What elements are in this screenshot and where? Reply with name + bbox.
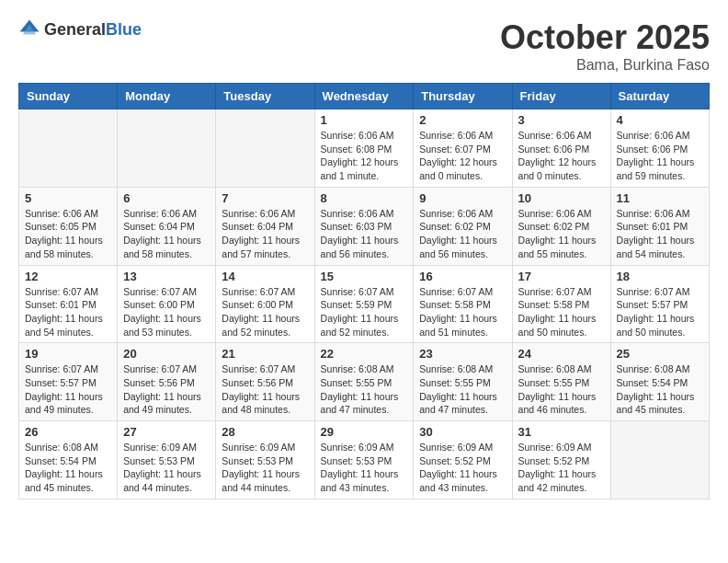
- weekday-header-friday: Friday: [512, 84, 610, 109]
- day-number: 16: [419, 270, 506, 283]
- day-number: 23: [419, 347, 506, 361]
- day-info: Sunrise: 6:08 AM Sunset: 5:54 PM Dayligh…: [617, 362, 703, 417]
- calendar-cell: 29Sunrise: 6:09 AM Sunset: 5:53 PM Dayli…: [314, 421, 414, 500]
- day-info: Sunrise: 6:07 AM Sunset: 5:56 PM Dayligh…: [222, 362, 308, 417]
- calendar-cell: 8Sunrise: 6:06 AM Sunset: 6:03 PM Daylig…: [314, 187, 414, 265]
- weekday-header-tuesday: Tuesday: [216, 84, 314, 109]
- day-info: Sunrise: 6:09 AM Sunset: 5:52 PM Dayligh…: [518, 441, 605, 495]
- calendar-cell: 2Sunrise: 6:06 AM Sunset: 6:07 PM Daylig…: [414, 109, 512, 188]
- weekday-header-thursday: Thursday: [414, 84, 512, 109]
- day-info: Sunrise: 6:06 AM Sunset: 6:06 PM Dayligh…: [518, 129, 605, 183]
- weekday-header-wednesday: Wednesday: [314, 84, 414, 109]
- day-info: Sunrise: 6:07 AM Sunset: 6:00 PM Dayligh…: [222, 285, 308, 339]
- calendar-cell: 22Sunrise: 6:08 AM Sunset: 5:55 PM Dayli…: [314, 343, 414, 421]
- weekday-header-row: SundayMondayTuesdayWednesdayThursdayFrid…: [19, 84, 710, 109]
- day-number: 25: [617, 347, 703, 361]
- day-number: 20: [123, 347, 210, 361]
- calendar-cell: 7Sunrise: 6:06 AM Sunset: 6:04 PM Daylig…: [216, 187, 314, 265]
- day-number: 2: [419, 113, 506, 127]
- day-info: Sunrise: 6:09 AM Sunset: 5:53 PM Dayligh…: [321, 441, 408, 495]
- day-info: Sunrise: 6:06 AM Sunset: 6:01 PM Dayligh…: [617, 207, 703, 261]
- day-number: 19: [25, 347, 111, 361]
- calendar-cell: 11Sunrise: 6:06 AM Sunset: 6:01 PM Dayli…: [610, 187, 709, 265]
- calendar-cell: 9Sunrise: 6:06 AM Sunset: 6:02 PM Daylig…: [414, 187, 512, 265]
- day-number: 18: [617, 270, 703, 283]
- day-info: Sunrise: 6:08 AM Sunset: 5:55 PM Dayligh…: [518, 362, 605, 417]
- day-info: Sunrise: 6:07 AM Sunset: 5:59 PM Dayligh…: [321, 285, 408, 339]
- day-number: 11: [617, 191, 703, 205]
- calendar-cell: 31Sunrise: 6:09 AM Sunset: 5:52 PM Dayli…: [512, 421, 610, 500]
- day-info: Sunrise: 6:06 AM Sunset: 6:02 PM Dayligh…: [518, 207, 605, 261]
- day-info: Sunrise: 6:07 AM Sunset: 5:58 PM Dayligh…: [518, 285, 605, 339]
- day-number: 4: [617, 113, 703, 127]
- day-info: Sunrise: 6:09 AM Sunset: 5:53 PM Dayligh…: [123, 441, 210, 495]
- calendar-cell: [118, 109, 216, 188]
- day-info: Sunrise: 6:06 AM Sunset: 6:06 PM Dayligh…: [617, 129, 703, 183]
- day-info: Sunrise: 6:08 AM Sunset: 5:54 PM Dayligh…: [25, 441, 111, 495]
- page-header: GeneralBlue October 2025 Bama, Burkina F…: [18, 18, 710, 74]
- calendar-cell: 19Sunrise: 6:07 AM Sunset: 5:57 PM Dayli…: [19, 343, 118, 421]
- logo: GeneralBlue: [18, 18, 142, 40]
- calendar-cell: [19, 109, 118, 188]
- day-number: 8: [321, 191, 408, 205]
- day-number: 28: [222, 425, 308, 439]
- day-info: Sunrise: 6:07 AM Sunset: 6:00 PM Dayligh…: [123, 285, 210, 339]
- location-title: Bama, Burkina Faso: [500, 57, 710, 74]
- title-block: October 2025 Bama, Burkina Faso: [500, 18, 710, 74]
- day-number: 10: [518, 191, 605, 205]
- day-number: 3: [518, 113, 605, 127]
- day-number: 21: [222, 347, 308, 361]
- calendar-cell: 10Sunrise: 6:06 AM Sunset: 6:02 PM Dayli…: [512, 187, 610, 265]
- logo-icon: [18, 18, 40, 40]
- day-number: 29: [321, 425, 408, 439]
- day-info: Sunrise: 6:06 AM Sunset: 6:04 PM Dayligh…: [123, 207, 210, 261]
- calendar-cell: 5Sunrise: 6:06 AM Sunset: 6:05 PM Daylig…: [19, 187, 118, 265]
- calendar-cell: 12Sunrise: 6:07 AM Sunset: 6:01 PM Dayli…: [19, 265, 118, 343]
- day-number: 14: [222, 270, 308, 283]
- calendar-cell: [610, 421, 709, 500]
- day-number: 7: [222, 191, 308, 205]
- day-number: 6: [123, 191, 210, 205]
- day-number: 15: [321, 270, 408, 283]
- day-number: 31: [518, 425, 605, 439]
- day-info: Sunrise: 6:07 AM Sunset: 5:56 PM Dayligh…: [123, 362, 210, 417]
- weekday-header-monday: Monday: [118, 84, 216, 109]
- logo-blue: Blue: [106, 20, 142, 39]
- calendar-cell: 30Sunrise: 6:09 AM Sunset: 5:52 PM Dayli…: [414, 421, 512, 500]
- calendar-cell: [216, 109, 314, 188]
- day-number: 5: [25, 191, 111, 205]
- calendar-cell: 15Sunrise: 6:07 AM Sunset: 5:59 PM Dayli…: [314, 265, 414, 343]
- calendar-cell: 25Sunrise: 6:08 AM Sunset: 5:54 PM Dayli…: [610, 343, 709, 421]
- calendar-cell: 4Sunrise: 6:06 AM Sunset: 6:06 PM Daylig…: [610, 109, 709, 188]
- calendar-week-2: 5Sunrise: 6:06 AM Sunset: 6:05 PM Daylig…: [19, 187, 710, 265]
- day-number: 24: [518, 347, 605, 361]
- weekday-header-sunday: Sunday: [19, 84, 118, 109]
- calendar-cell: 23Sunrise: 6:08 AM Sunset: 5:55 PM Dayli…: [414, 343, 512, 421]
- day-info: Sunrise: 6:06 AM Sunset: 6:05 PM Dayligh…: [25, 207, 111, 261]
- calendar-cell: 26Sunrise: 6:08 AM Sunset: 5:54 PM Dayli…: [19, 421, 118, 500]
- day-info: Sunrise: 6:06 AM Sunset: 6:02 PM Dayligh…: [419, 207, 506, 261]
- calendar-cell: 21Sunrise: 6:07 AM Sunset: 5:56 PM Dayli…: [216, 343, 314, 421]
- calendar-cell: 17Sunrise: 6:07 AM Sunset: 5:58 PM Dayli…: [512, 265, 610, 343]
- day-info: Sunrise: 6:08 AM Sunset: 5:55 PM Dayligh…: [419, 362, 506, 417]
- calendar-cell: 1Sunrise: 6:06 AM Sunset: 6:08 PM Daylig…: [314, 109, 414, 188]
- day-number: 17: [518, 270, 605, 283]
- day-number: 13: [123, 270, 210, 283]
- day-info: Sunrise: 6:06 AM Sunset: 6:07 PM Dayligh…: [419, 129, 506, 183]
- calendar-week-1: 1Sunrise: 6:06 AM Sunset: 6:08 PM Daylig…: [19, 109, 710, 188]
- day-number: 1: [321, 113, 408, 127]
- calendar-week-3: 12Sunrise: 6:07 AM Sunset: 6:01 PM Dayli…: [19, 265, 710, 343]
- logo-general: General: [44, 20, 106, 39]
- calendar-table: SundayMondayTuesdayWednesdayThursdayFrid…: [18, 83, 710, 500]
- calendar-cell: 20Sunrise: 6:07 AM Sunset: 5:56 PM Dayli…: [118, 343, 216, 421]
- day-info: Sunrise: 6:07 AM Sunset: 5:57 PM Dayligh…: [617, 285, 703, 339]
- day-info: Sunrise: 6:06 AM Sunset: 6:03 PM Dayligh…: [321, 207, 408, 261]
- day-number: 12: [25, 270, 111, 283]
- calendar-cell: 13Sunrise: 6:07 AM Sunset: 6:00 PM Dayli…: [118, 265, 216, 343]
- calendar-cell: 16Sunrise: 6:07 AM Sunset: 5:58 PM Dayli…: [414, 265, 512, 343]
- calendar-cell: 24Sunrise: 6:08 AM Sunset: 5:55 PM Dayli…: [512, 343, 610, 421]
- day-number: 30: [419, 425, 506, 439]
- calendar-cell: 6Sunrise: 6:06 AM Sunset: 6:04 PM Daylig…: [118, 187, 216, 265]
- day-info: Sunrise: 6:08 AM Sunset: 5:55 PM Dayligh…: [321, 362, 408, 417]
- calendar-cell: 18Sunrise: 6:07 AM Sunset: 5:57 PM Dayli…: [610, 265, 709, 343]
